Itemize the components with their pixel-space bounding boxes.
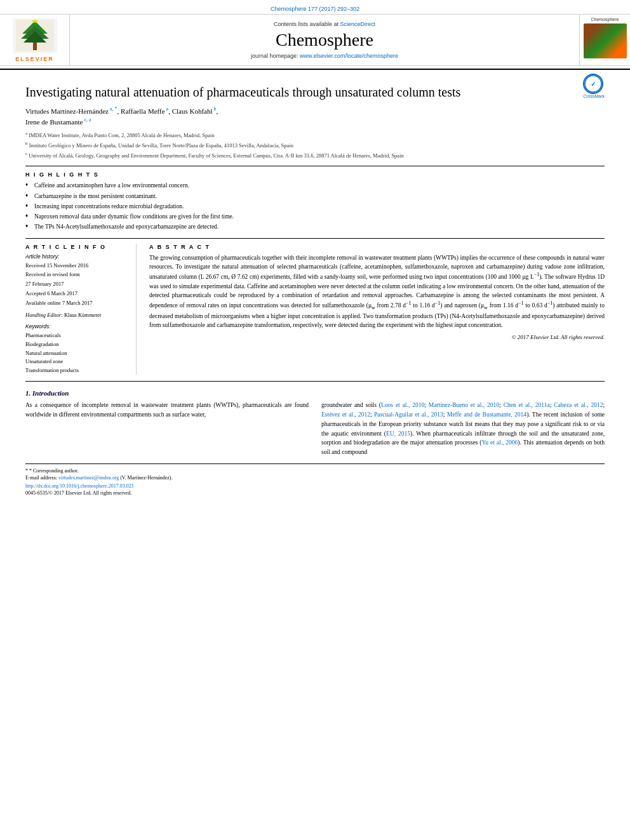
intro-col-right: groundwater and soils (Loos et al., 2010… [321,401,605,457]
elsevier-wordmark: ELSEVIER [15,56,54,62]
affil2-super: b [25,141,28,146]
highlight-1: Caffeine and acetaminophen have a low en… [25,181,605,190]
affil3-text: University of Alcalá, Geology, Geography… [29,152,404,159]
ref-cabeza-2012[interactable]: Cabeza et al., 2012 [554,402,603,408]
highlight-5: The TPs N4-Acetylsulfamethoxazole and ep… [25,222,605,231]
elsevier-logo: ELSEVIER [0,15,70,65]
article-title: Investigating natural attenuation of pha… [25,84,605,100]
affil1-super: a [25,131,27,136]
homepage-prefix: journal homepage: [251,53,298,59]
intro-col-left: As a consequence of incomplete removal i… [25,401,309,457]
ref-loos-2010[interactable]: Loos et al., 2010 [381,402,424,408]
affil3-super: c [25,151,27,156]
elsevier-tree-image [13,18,57,53]
email-link[interactable]: virtudes.martinez@imdea.org [58,475,119,481]
highlights-heading: H I G H L I G H T S [25,171,605,178]
ref-eu-2015[interactable]: EU, 2015 [386,430,410,437]
ref-chen-2011a[interactable]: Chen et al., 2011a [504,402,550,408]
handling-label: Handling Editor: [25,312,64,318]
doi-line: http://dx.doi.org/10.1016/j.chemosphere.… [25,483,605,489]
highlight-2: Carbamazepine is the most persistent con… [25,192,605,201]
ref-yu-2006[interactable]: Yu et al., 2006 [481,439,518,446]
footnote-section: * * Corresponding author. E-mail address… [25,463,605,496]
author4-name: Irene de Bustamante [25,118,83,126]
keywords-list: Pharmaceuticals Biodegradation Natural a… [25,331,130,375]
citation-line: Chemosphere 177 (2017) 292–302 [0,4,630,15]
article-info-column: A R T I C L E I N F O Article history: R… [25,244,137,375]
affiliations-block: a IMDEA Water Institute, Avda Punto Com,… [25,131,605,166]
highlight-4: Naproxen removal data under dynamic flow… [25,212,605,221]
handling-editor-name: Klaus Kümmerer [64,312,102,318]
author3-super: b [213,106,217,112]
crossmark-badge[interactable]: ✓ CrossMark [583,74,605,98]
history-label: Article history: [25,253,130,260]
email-suffix: (V. Martínez-Hernández). [120,475,172,481]
doi-link[interactable]: http://dx.doi.org/10.1016/j.chemosphere.… [25,483,134,489]
highlights-section: H I G H L I G H T S Caffeine and acetami… [25,171,605,238]
sciencedirect-availability: Contents lists available at ScienceDirec… [274,21,375,27]
keyword-2: Biodegradation [25,340,130,349]
sciencedirect-link[interactable]: ScienceDirect [340,21,376,27]
section1-heading: 1. Introduction [25,389,605,397]
received-revised-label: Received in revised form [25,270,130,279]
top-banner: ELSEVIER Contents lists available at Sci… [0,15,630,66]
handling-editor: Handling Editor: Klaus Kümmerer [25,312,130,318]
available-date: Available online 7 March 2017 [25,299,130,307]
crossmark-icon[interactable]: ✓ [583,74,603,94]
accepted-date: Accepted 6 March 2017 [25,290,130,298]
homepage-link[interactable]: www.elsevier.com/locate/chemosphere [300,53,398,59]
copyright-line: © 2017 Elsevier Ltd. All rights reserved… [149,334,605,340]
author2-name: Raffaella Meffe [121,107,165,115]
authors-line: Virtudes Martínez-Hernández a, *, Raffae… [25,105,605,127]
thumbnail-image [584,23,627,58]
abstract-text: The growing consumption of pharmaceutica… [149,253,605,330]
email-footnote: E-mail address: virtudes.martinez@imdea.… [25,474,605,481]
keyword-1: Pharmaceuticals [25,331,130,340]
article-info-abstract: A R T I C L E I N F O Article history: R… [25,244,605,382]
email-label: E-mail address: [25,475,57,481]
author1-name: Virtudes Martínez-Hernández [25,107,109,115]
journal-homepage-line: journal homepage: www.elsevier.com/locat… [251,53,398,59]
abstract-heading: A B S T R A C T [149,244,605,250]
received-date: Received 15 November 2016 [25,262,130,270]
svg-text:✓: ✓ [591,81,596,88]
affil2-text: Instituto Geológico y Minero de España, … [29,142,293,149]
received-revised-date: 27 February 2017 [25,280,130,288]
keyword-3: Natural attenuation [25,349,130,358]
keyword-4: Unsaturated zone [25,357,130,366]
article-body: Investigating natural attenuation of pha… [0,70,630,502]
highlight-3: Increasing input concentrations reduce m… [25,202,605,211]
ref-martinez-bueno-2010[interactable]: Martínez-Bueno et al., 2010 [429,402,499,408]
affiliation-1: a IMDEA Water Institute, Avda Punto Com,… [25,131,605,140]
sciencedirect-prefix: Contents lists available at [274,21,338,27]
introduction-section: 1. Introduction As a consequence of inco… [25,389,605,457]
journal-header: Chemosphere 177 (2017) 292–302 [0,0,630,70]
affiliation-2: b Instituto Geológico y Minero de España… [25,141,605,150]
author2-super: a [165,106,169,112]
ref-meffe-2014[interactable]: Meffe and de Bustamante, 2014 [447,411,526,418]
abstract-column: A B S T R A C T The growing consumption … [149,244,605,375]
article-info-heading: A R T I C L E I N F O [25,244,130,250]
corresponding-label: * Corresponding author. [29,468,79,474]
journal-thumbnail: Chemosphere [579,15,630,65]
journal-title: Chemosphere [276,30,373,50]
intro-two-col: As a consequence of incomplete removal i… [25,401,605,457]
affil1-text: IMDEA Water Institute, Avda Punto Com, 2… [29,132,214,138]
corresponding-author-note: * * Corresponding author. [25,467,605,474]
author4-super: c, a [83,117,91,123]
journal-center-info: Contents lists available at ScienceDirec… [70,15,579,65]
keywords-label: Keywords: [25,323,130,330]
issn-line: 0045-6535/© 2017 Elsevier Ltd. All right… [25,490,605,496]
ref-pascual-2013[interactable]: Pascual-Aguilar et al., 2013 [374,411,443,418]
thumbnail-label: Chemosphere [591,17,619,22]
affiliation-3: c University of Alcalá, Geology, Geograp… [25,151,605,160]
author1-super: a, * [109,106,117,112]
page: Chemosphere 177 (2017) 292–302 [0,0,630,502]
citation-text: Chemosphere 177 (2017) 292–302 [271,6,359,12]
ref-estevez-2012[interactable]: Estévez et al., 2012 [321,411,370,418]
keyword-5: Transformation products [25,366,130,375]
author3-name: Claus Kohfahl [172,107,213,115]
